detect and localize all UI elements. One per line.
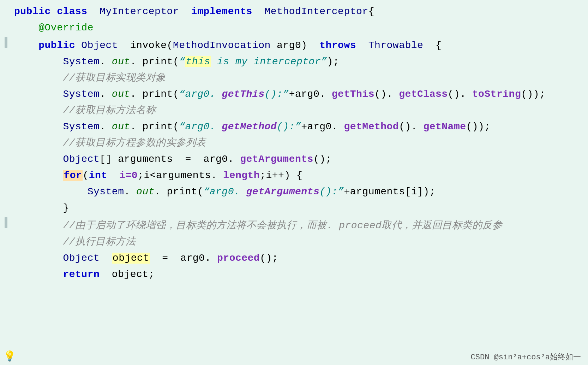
code-content-15: //执行目标方法	[11, 235, 588, 249]
code-line-13: }	[0, 200, 588, 216]
code-line-17: return object;	[0, 266, 588, 283]
code-content-5: //获取目标实现类对象	[11, 71, 588, 86]
code-line-10: Object[] arguments = arg0. getArguments(…	[0, 151, 588, 167]
bulb-icon: 💡	[4, 350, 16, 362]
code-line-14: //由于启动了环绕增强，目标类的方法将不会被执行，而被. proceed取代，并…	[0, 216, 588, 234]
code-content-13: }	[11, 201, 588, 216]
code-line-11: for(int i=0;i<arguments. length;i++) {	[0, 167, 588, 184]
code-line-6: System. out. print(“arg0. getThis():”+ar…	[0, 86, 588, 102]
watermark-text: CSDN @sin²a+cos²a始终如一	[471, 353, 581, 362]
code-content-1: public class MyInterceptor implements Me…	[11, 4, 588, 19]
code-line-1: public class MyInterceptor implements Me…	[0, 4, 588, 20]
line-gutter-14	[0, 217, 11, 228]
code-content-2: @Override	[11, 20, 588, 35]
code-line-9: //获取目标方程参数的实参列表	[0, 135, 588, 151]
code-line-16: Object object = arg0. proceed();	[0, 250, 588, 266]
code-content-7: //获取目标方法名称	[11, 103, 588, 118]
code-line-8: System. out. print(“arg0. getMethod():”+…	[0, 119, 588, 135]
code-content-10: Object[] arguments = arg0. getArguments(…	[11, 152, 588, 167]
code-content-8: System. out. print(“arg0. getMethod():”+…	[11, 119, 588, 134]
code-line-5: //获取目标实现类对象	[0, 70, 588, 86]
code-line-15: //执行目标方法	[0, 234, 588, 250]
code-content-14: //由于启动了环绕增强，目标类的方法将不会被执行，而被. proceed取代，并…	[11, 218, 588, 233]
code-line-7: //获取目标方法名称	[0, 102, 588, 119]
code-line-12: System. out. print(“arg0. getArguments()…	[0, 184, 588, 200]
code-content-12: System. out. print(“arg0. getArguments()…	[11, 184, 588, 199]
code-content-16: Object object = arg0. proceed();	[11, 251, 588, 266]
code-content-3: public Object invoke(MethodInvocation ar…	[11, 38, 588, 53]
code-line-3: public Object invoke(MethodInvocation ar…	[0, 36, 588, 54]
code-line-2: @Override	[0, 20, 588, 36]
code-content-17: return object;	[11, 267, 588, 282]
watermark: CSDN @sin²a+cos²a始终如一	[464, 349, 588, 365]
line-gutter-3	[0, 37, 11, 48]
code-line-4: System. out. print(“this is my intercept…	[0, 54, 588, 70]
code-content-11: for(int i=0;i<arguments. length;i++) {	[11, 168, 588, 183]
code-content-4: System. out. print(“this is my intercept…	[11, 54, 588, 69]
code-container: public class MyInterceptor implements Me…	[0, 0, 588, 365]
code-content-9: //获取目标方程参数的实参列表	[11, 136, 588, 151]
code-content-6: System. out. print(“arg0. getThis():”+ar…	[11, 87, 588, 102]
